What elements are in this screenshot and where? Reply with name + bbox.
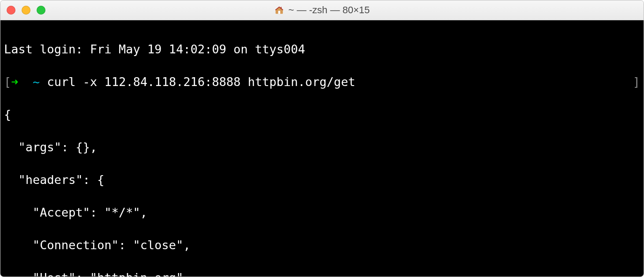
output-line: "headers": { [4,172,640,188]
output-line: "Connection": "close", [4,237,640,253]
minimize-button[interactable] [22,6,30,15]
close-button[interactable] [7,6,15,15]
zoom-button[interactable] [37,6,45,15]
terminal-window: ~ — -zsh — 80×15 Last login: Fri May 19 … [0,0,644,277]
window-title: ~ — -zsh — 80×15 [0,4,644,16]
output-line: "Accept": "*/*", [4,204,640,221]
terminal-body[interactable]: Last login: Fri May 19 14:02:09 on ttys0… [0,20,644,277]
svg-rect-0 [281,7,281,9]
home-icon [274,5,284,15]
command-text: curl -x 112.84.118.216:8888 httpbin.org/… [47,75,356,89]
prompt-lbracket: [ [4,75,11,89]
prompt-tilde: ~ [33,75,40,89]
output-line: "Host": "httpbin.org", [4,270,640,277]
svg-rect-1 [278,11,280,14]
window-titlebar[interactable]: ~ — -zsh — 80×15 [0,0,644,20]
output-line: { [4,106,640,123]
prompt-arrow-icon: ➜ [11,75,18,89]
prompt-rbracket: ] [633,74,640,90]
traffic-lights [7,0,45,20]
output-line: "args": {}, [4,139,640,155]
last-login-line: Last login: Fri May 19 14:02:09 on ttys0… [4,41,640,57]
prompt-line-1: [➜ ~ curl -x 112.84.118.216:8888 httpbin… [4,74,640,90]
window-title-text: ~ — -zsh — 80×15 [288,4,370,16]
